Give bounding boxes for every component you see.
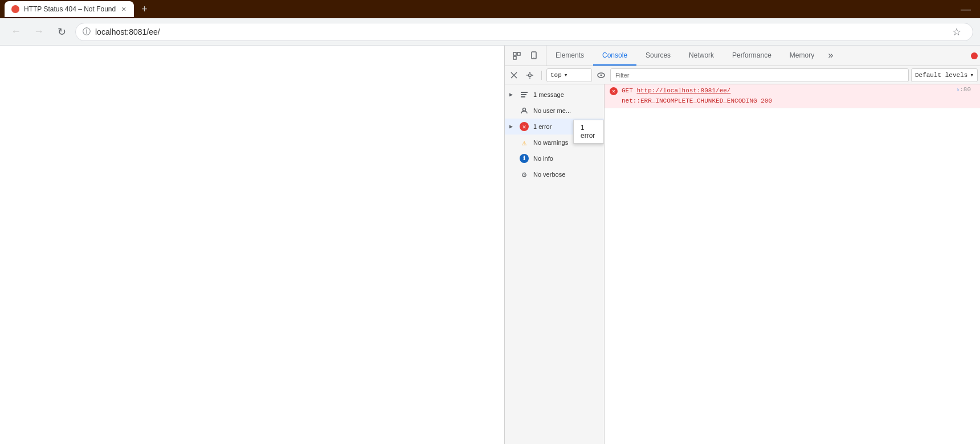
toolbar-divider [541, 71, 542, 80]
console-error-msg: net::ERR_INCOMPLETE_CHUNKED_ENCODING 200 [622, 97, 772, 104]
nav-bar: ← → ↻ ⓘ localhost:8081/ee/ ☆ [0, 18, 980, 46]
devtools-tabs: Elements Console Sources Network Perform… [546, 46, 971, 66]
eye-button[interactable] [594, 68, 608, 82]
bookmark-button[interactable]: ☆ [948, 23, 966, 41]
console-url[interactable]: http://localhost:8081/ee/ [636, 87, 730, 94]
user-label: No user me... [533, 107, 599, 114]
sidebar-item-user[interactable]: ▶ No user me... [505, 103, 604, 119]
tab-sources[interactable]: Sources [636, 46, 680, 66]
tab-console[interactable]: Console [593, 46, 636, 66]
console-entry-text: GET http://localhost:8081/ee/ net::ERR_I… [622, 86, 956, 106]
clear-console-button[interactable] [507, 68, 521, 82]
expand-arrow-errors: ▶ [509, 123, 515, 130]
level-selector[interactable]: Default levels ▾ [911, 68, 978, 82]
sidebar-item-messages[interactable]: ▶ 1 message [505, 87, 604, 103]
warnings-label: No warnings [533, 139, 599, 146]
level-label: Default levels [915, 72, 967, 79]
svg-point-11 [532, 75, 533, 76]
sidebar-item-verbose[interactable]: ▶ ⚙ No verbose [505, 166, 604, 182]
svg-rect-0 [513, 52, 516, 55]
svg-rect-15 [521, 94, 526, 95]
console-method: GET [622, 87, 636, 94]
console-output: ✕ GET http://localhost:8081/ee/ net::ERR… [605, 84, 980, 444]
verbose-label: No verbose [533, 171, 599, 178]
svg-point-17 [523, 108, 526, 111]
tab-title: HTTP Status 404 – Not Found [24, 5, 116, 13]
forward-icon: → [34, 26, 44, 38]
warning-icon: ⚠ [520, 138, 529, 147]
context-selector[interactable]: top ▾ [546, 68, 592, 82]
svg-point-8 [529, 72, 530, 73]
svg-rect-2 [517, 52, 520, 55]
sidebar-item-warnings[interactable]: ▶ ⚠ No warnings [505, 135, 604, 150]
devtools-toolbar: top ▾ Default levels ▾ [505, 66, 980, 84]
info-icon: ℹ [520, 154, 529, 163]
refresh-icon: ↻ [58, 26, 66, 38]
tab-close-button[interactable]: × [120, 5, 127, 14]
sidebar-item-errors[interactable]: ▶ ✕ 1 error 1 error [505, 119, 604, 135]
console-line-number: :80 [959, 86, 975, 93]
clear-icon [510, 71, 518, 79]
settings-icon [526, 71, 534, 79]
security-icon: ⓘ [83, 27, 91, 37]
error-indicator [971, 52, 978, 59]
message-icon [520, 90, 529, 99]
svg-point-4 [533, 57, 534, 58]
page-content [0, 46, 504, 444]
info-label: No info [533, 155, 599, 162]
console-error-icon: ✕ [609, 87, 618, 96]
window-minimize-button[interactable]: — [956, 3, 975, 15]
expand-arrow-messages: ▶ [509, 91, 515, 98]
devtools-header: Elements Console Sources Network Perform… [505, 46, 980, 66]
forward-button[interactable]: → [30, 23, 48, 41]
devtools-sidebar: ▶ 1 message ▶ [505, 84, 605, 444]
context-dropdown-icon: ▾ [564, 71, 568, 79]
filter-input[interactable] [610, 68, 909, 82]
devtools-panel: Elements Console Sources Network Perform… [504, 46, 980, 444]
device-icon [529, 51, 538, 60]
url-text: localhost:8081/ee/ [95, 27, 943, 36]
back-icon: ← [11, 26, 21, 38]
verbose-icon: ⚙ [520, 170, 529, 179]
svg-rect-1 [513, 56, 516, 59]
title-bar: HTTP Status 404 – Not Found × + — [0, 0, 980, 18]
console-entry-error: ✕ GET http://localhost:8081/ee/ net::ERR… [605, 84, 980, 108]
main-area: Elements Console Sources Network Perform… [0, 46, 980, 444]
tab-favicon [11, 5, 19, 13]
eye-icon [597, 71, 605, 79]
sidebar-item-info[interactable]: ▶ ℹ No info [505, 150, 604, 166]
settings-button[interactable] [523, 68, 537, 82]
browser-tab[interactable]: HTTP Status 404 – Not Found × [5, 1, 134, 17]
tab-elements[interactable]: Elements [546, 46, 593, 66]
inspect-element-button[interactable] [509, 48, 524, 63]
context-value: top [550, 72, 562, 79]
svg-point-13 [601, 74, 602, 76]
tab-performance[interactable]: Performance [723, 46, 781, 66]
tab-more-button[interactable]: » [823, 46, 838, 66]
refresh-button[interactable]: ↻ [52, 23, 71, 41]
svg-rect-16 [521, 96, 525, 97]
tab-memory[interactable]: Memory [781, 46, 823, 66]
svg-point-10 [526, 75, 528, 76]
devtools-actions [505, 46, 546, 66]
errors-label: 1 error [533, 123, 599, 130]
new-tab-button[interactable]: + [136, 1, 152, 17]
user-icon [520, 106, 529, 115]
svg-point-7 [529, 74, 532, 76]
svg-rect-14 [521, 92, 528, 93]
back-button[interactable]: ← [7, 23, 25, 41]
tab-network[interactable]: Network [680, 46, 723, 66]
messages-label: 1 message [533, 91, 599, 98]
svg-point-9 [529, 78, 530, 79]
error-icon: ✕ [520, 122, 529, 131]
address-bar[interactable]: ⓘ localhost:8081/ee/ ☆ [75, 23, 973, 41]
devtools-body: ▶ 1 message ▶ [505, 84, 980, 444]
device-toolbar-button[interactable] [526, 48, 541, 63]
inspect-icon [512, 51, 521, 60]
level-dropdown-icon: ▾ [970, 71, 974, 79]
